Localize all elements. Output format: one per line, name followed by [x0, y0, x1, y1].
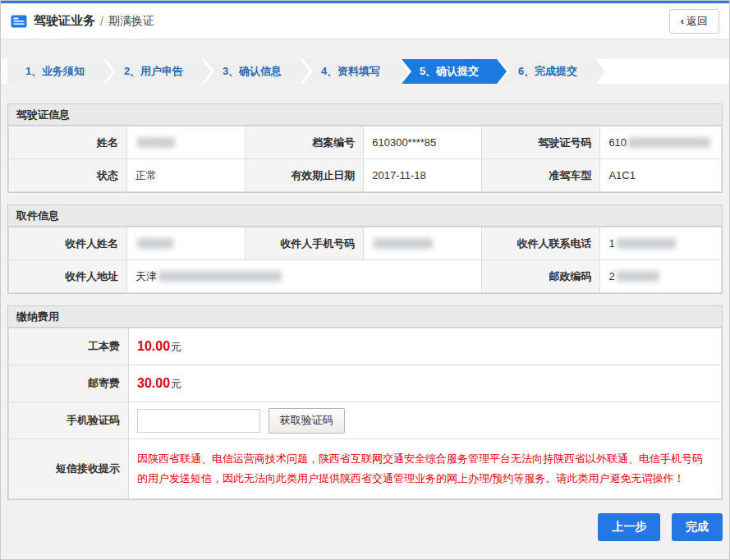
sms-notice-label: 短信接收提示: [9, 439, 129, 499]
recipient-address-value: 天津: [127, 260, 482, 293]
postage-fee-label: 邮寄费: [9, 365, 129, 402]
production-fee-value: 10.00元: [129, 328, 722, 365]
get-sms-code-button[interactable]: 获取验证码: [269, 408, 345, 434]
main-content: 驾驶证信息 姓名 档案编号 610300****85 驾驶证号码 610 状态 …: [7, 103, 723, 500]
page-header: 驾驶证业务 / 期满换证 ‹返回: [1, 3, 729, 39]
sms-notice-cell: 因陕西省联通、电信运营商技术问题，陕西省互联网交通安全综合服务管理平台无法向持陕…: [129, 439, 722, 499]
file-number-value: 610300****85: [364, 126, 482, 159]
recipient-name-label: 收件人姓名: [9, 227, 127, 260]
license-number-value: 610: [600, 126, 722, 159]
postage-fee-value: 30.00元: [129, 365, 722, 402]
recipient-mobile-value: [364, 227, 482, 260]
postal-code-label: 邮政编码: [482, 260, 600, 293]
production-fee-amount: 10.00: [137, 339, 170, 353]
page-subtitle: 期满换证: [108, 14, 154, 29]
step-confirm-submit: 5、确认提交: [402, 59, 497, 84]
title-divider: /: [100, 15, 103, 28]
table-row: 收件人姓名 收件人手机号码 收件人联系电话 1: [9, 227, 722, 260]
step-business-notice: 1、业务须知: [7, 59, 103, 84]
step-label: 5、确认提交: [420, 65, 479, 77]
step-wizard: 1、业务须知 2、用户申告 3、确认信息 4、资料填写 5、确认提交 6、完成提…: [1, 59, 729, 84]
vehicle-type-value: A1C1: [600, 159, 722, 192]
license-info-table: 姓名 档案编号 610300****85 驾驶证号码 610 状态 正常 有效期…: [8, 126, 722, 192]
sms-code-cell: 获取验证码: [129, 402, 722, 439]
step-label: 4、资料填写: [321, 65, 380, 77]
license-number-label: 驾驶证号码: [482, 126, 600, 159]
table-row: 状态 正常 有效期止日期 2017-11-18 准驾车型 A1C1: [9, 159, 722, 192]
expiry-label: 有效期止日期: [246, 159, 364, 192]
postal-code-text: 2: [608, 270, 614, 282]
recipient-phone-label: 收件人联系电话: [482, 227, 600, 260]
status-value: 正常: [127, 159, 246, 192]
step-confirm-info: 3、确认信息: [204, 59, 300, 84]
payment-table: 工本费 10.00元 邮寄费 30.00元 手机验证码 获取验证码 短信接收提示: [8, 328, 722, 499]
sms-code-input[interactable]: [137, 409, 260, 433]
step-fill-data: 4、资料填写: [303, 59, 398, 84]
recipient-name-value: [127, 227, 246, 260]
postage-fee-amount: 30.00: [137, 376, 170, 390]
recipient-phone-value: 1: [600, 227, 722, 260]
postage-fee-unit: 元: [171, 378, 181, 390]
table-row: 姓名 档案编号 610300****85 驾驶证号码 610: [9, 126, 722, 159]
file-number-label: 档案编号: [246, 126, 364, 159]
step-user-declaration: 2、用户申告: [106, 59, 201, 84]
payment-section-title: 缴纳费用: [8, 306, 722, 328]
redacted-postal-code: [617, 271, 659, 282]
step-label: 6、完成提交: [518, 65, 577, 77]
postal-code-value: 2: [600, 260, 722, 293]
recipient-address-label: 收件人地址: [9, 260, 127, 293]
sms-notice-text: 因陕西省联通、电信运营商技术问题，陕西省互联网交通安全综合服务管理平台无法向持陕…: [137, 449, 705, 489]
vehicle-type-label: 准驾车型: [482, 159, 600, 192]
recipient-mobile-label: 收件人手机号码: [246, 227, 364, 260]
previous-step-button[interactable]: 上一步: [598, 513, 660, 541]
redacted-recipient-phone: [617, 238, 676, 249]
step-label: 1、业务须知: [25, 65, 85, 77]
pickup-section-title: 取件信息: [8, 205, 722, 227]
production-fee-unit: 元: [171, 341, 181, 353]
table-row: 手机验证码 获取验证码: [9, 402, 722, 439]
step-label: 2、用户申告: [124, 65, 183, 77]
redacted-name: [137, 137, 175, 148]
table-row: 收件人地址 天津 邮政编码 2: [9, 260, 722, 293]
table-row: 短信接收提示 因陕西省联通、电信运营商技术问题，陕西省互联网交通安全综合服务管理…: [9, 439, 722, 499]
step-label: 3、确认信息: [223, 65, 282, 77]
redacted-recipient-name: [137, 238, 173, 249]
back-chevron-icon: ‹: [681, 15, 684, 27]
footer-actions: 上一步 完成: [7, 513, 723, 541]
back-button[interactable]: ‹返回: [669, 9, 719, 34]
expiry-value: 2017-11-18: [364, 159, 482, 192]
drivers-license-renewal-page: 驾驶证业务 / 期满换证 ‹返回 1、业务须知 2、用户申告 3、确认信息 4、…: [0, 0, 730, 560]
payment-section: 缴纳费用 工本费 10.00元 邮寄费 30.00元 手机验证码 获取验证码: [7, 305, 723, 500]
recipient-address-text: 天津: [135, 270, 157, 282]
license-section-title: 驾驶证信息: [8, 104, 722, 126]
sms-code-label: 手机验证码: [9, 402, 129, 439]
redacted-recipient-mobile: [374, 238, 433, 249]
page-title: 驾驶证业务: [34, 13, 95, 29]
license-business-icon: [11, 15, 27, 28]
table-row: 邮寄费 30.00元: [9, 365, 722, 402]
step-complete-submit: 6、完成提交: [500, 59, 595, 84]
license-info-section: 驾驶证信息 姓名 档案编号 610300****85 驾驶证号码 610 状态 …: [7, 103, 723, 193]
back-button-label: 返回: [686, 15, 708, 27]
redacted-license-number: [628, 137, 710, 148]
name-label: 姓名: [9, 126, 127, 159]
pickup-info-section: 取件信息 收件人姓名 收件人手机号码 收件人联系电话 1 收件人地址 天津 邮政…: [7, 204, 723, 294]
redacted-recipient-address: [158, 271, 282, 282]
name-value: [127, 126, 246, 159]
status-label: 状态: [9, 159, 127, 192]
license-number-text: 610: [608, 136, 627, 149]
pickup-info-table: 收件人姓名 收件人手机号码 收件人联系电话 1 收件人地址 天津 邮政编码 2: [8, 227, 722, 293]
step-wizard-strip: 1、业务须知 2、用户申告 3、确认信息 4、资料填写 5、确认提交 6、完成提…: [1, 59, 729, 84]
production-fee-label: 工本费: [9, 328, 129, 365]
recipient-phone-text: 1: [608, 237, 614, 250]
table-row: 工本费 10.00元: [9, 328, 722, 365]
finish-button[interactable]: 完成: [672, 513, 723, 541]
